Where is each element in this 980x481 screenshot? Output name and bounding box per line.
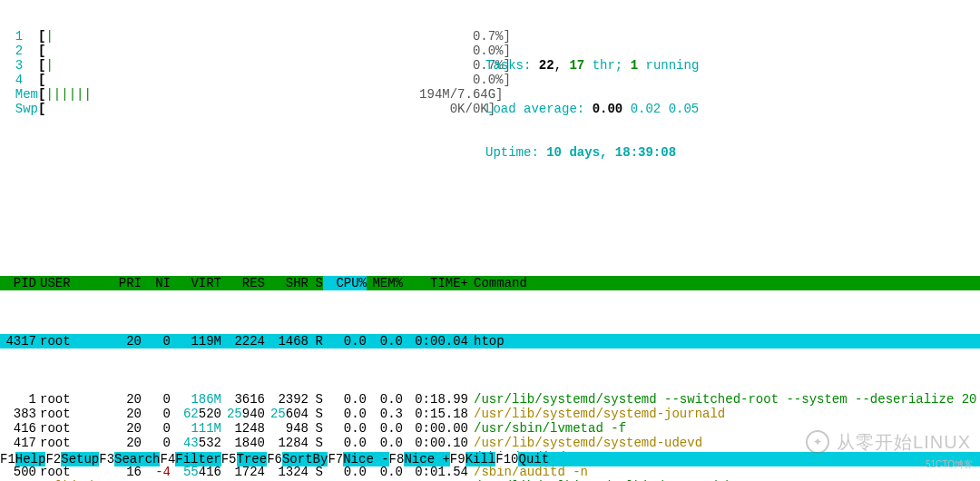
fkey-f2[interactable]: F2Setup bbox=[45, 452, 99, 466]
fkey-f3[interactable]: F3Search bbox=[99, 452, 160, 466]
meters-section: 1 [| 0.7%] 2 [ 0.0%] 3 [| 0.7%] bbox=[0, 29, 980, 189]
system-stats: Tasks: 22, 17 thr; 1 running Load averag… bbox=[485, 29, 980, 189]
load-5: 0.02 bbox=[631, 102, 662, 116]
watermark-small: 51CTO博客 bbox=[926, 457, 973, 472]
uptime-value: 10 days, 18:39:08 bbox=[546, 145, 676, 160]
selected-process-row[interactable]: 4317 root 20 0 119M 2224 1468 R 0.0 0.0 … bbox=[0, 334, 980, 348]
column-header[interactable]: PID USER PRI NI VIRT RES SHR S CPU% MEM%… bbox=[0, 276, 980, 290]
tasks-total: 22 bbox=[539, 58, 554, 73]
hdr-pid[interactable]: PID bbox=[0, 276, 40, 290]
fkey-f10[interactable]: F10Quit bbox=[495, 452, 549, 466]
table-row[interactable]: 1root200186M36162392S0.00.00:18.99/usr/l… bbox=[0, 392, 980, 407]
fkey-f9[interactable]: F9Kill bbox=[450, 452, 495, 466]
tasks-label: Tasks: bbox=[485, 58, 539, 73]
hdr-shr[interactable]: SHR bbox=[265, 276, 309, 290]
hdr-user[interactable]: USER bbox=[40, 276, 113, 290]
tasks-running: 1 bbox=[631, 58, 638, 73]
hdr-virt[interactable]: VIRT bbox=[171, 276, 221, 290]
hdr-s[interactable]: S bbox=[309, 276, 323, 290]
fkey-f8[interactable]: F8Nice + bbox=[389, 452, 450, 466]
uptime-label: Uptime: bbox=[485, 145, 546, 160]
hdr-ni[interactable]: NI bbox=[142, 276, 171, 290]
hdr-cpu-sorted[interactable]: CPU% bbox=[323, 276, 367, 290]
fkey-f1[interactable]: F1Help bbox=[0, 452, 45, 466]
fkey-f5[interactable]: F5Tree bbox=[221, 452, 267, 466]
terminal[interactable]: 1 [| 0.7%] 2 [ 0.0%] 3 [| 0.7%] bbox=[0, 0, 980, 481]
wechat-icon: ✦ bbox=[806, 430, 829, 454]
hdr-mem[interactable]: MEM% bbox=[367, 276, 403, 290]
watermark: ✦ 从零开始LINUX bbox=[806, 430, 971, 454]
hdr-pri[interactable]: PRI bbox=[113, 276, 142, 290]
fkey-f6[interactable]: F6SortBy bbox=[267, 452, 328, 466]
load-1: 0.00 bbox=[593, 102, 623, 116]
fkey-f7[interactable]: F7Nice - bbox=[328, 452, 388, 466]
function-keys: F1Help F2Setup F3SearchF4FilterF5Tree F6… bbox=[0, 452, 980, 466]
fkey-f4[interactable]: F4Filter bbox=[160, 452, 220, 466]
table-row[interactable]: 383root200625202594025604S0.00.30:15.18/… bbox=[0, 407, 980, 421]
load-15: 0.05 bbox=[669, 102, 700, 116]
hdr-cmd[interactable]: Command bbox=[468, 276, 980, 290]
hdr-time[interactable]: TIME+ bbox=[403, 276, 468, 290]
load-label: Load average: bbox=[485, 102, 593, 116]
tasks-threads: 17 bbox=[569, 58, 584, 73]
table-row[interactable]: 500root16-45541617241324S0.00.00:01.54/s… bbox=[0, 465, 980, 479]
hdr-res[interactable]: RES bbox=[221, 276, 265, 290]
